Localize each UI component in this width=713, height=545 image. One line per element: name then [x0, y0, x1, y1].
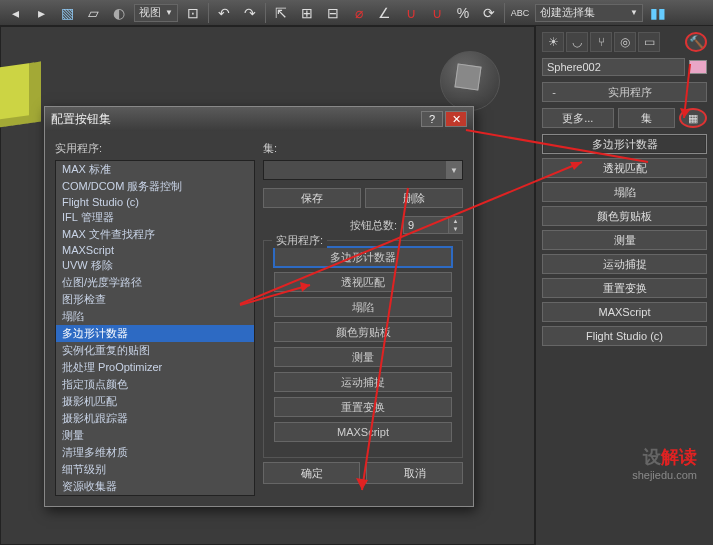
percent-icon[interactable]: %: [452, 3, 474, 23]
list-item[interactable]: 塌陷: [56, 308, 254, 325]
dialog-title: 配置按钮集: [51, 111, 111, 128]
viewport-dropdown[interactable]: 视图 ▼: [134, 4, 178, 22]
modify-tab-icon[interactable]: ◡: [566, 32, 588, 52]
list-item[interactable]: MAX 标准: [56, 161, 254, 178]
viewport-object-cube: [0, 61, 41, 128]
utility-motion-capture[interactable]: 运动捕捉: [542, 254, 707, 274]
rollout-title: 实用程序: [559, 85, 700, 100]
display-tab-icon[interactable]: ☀: [542, 32, 564, 52]
slot-maxscript[interactable]: MAXScript: [274, 422, 452, 442]
list-item[interactable]: UVW 移除: [56, 257, 254, 274]
slot-perspective-match[interactable]: 透视匹配: [274, 272, 452, 292]
undo-icon[interactable]: ↶: [213, 3, 235, 23]
snap-toggle-icon[interactable]: ⌀: [348, 3, 370, 23]
utilities-tab-icon[interactable]: ▭: [638, 32, 660, 52]
list-item[interactable]: 清理多维材质: [56, 444, 254, 461]
object-name-input[interactable]: [542, 58, 685, 76]
utility-reset-xform[interactable]: 重置变换: [542, 278, 707, 298]
spin-down-icon[interactable]: ▼: [448, 225, 462, 233]
hierarchy-tab-icon[interactable]: ⑂: [590, 32, 612, 52]
utilities-group-label: 实用程序:: [272, 233, 327, 248]
utility-measure[interactable]: 测量: [542, 230, 707, 250]
spinner-icon[interactable]: ⟳: [478, 3, 500, 23]
utility-maxscript[interactable]: MAXScript: [542, 302, 707, 322]
utilities-rollout-header[interactable]: - 实用程序: [542, 82, 707, 102]
nav-fwd-icon[interactable]: ▸: [30, 3, 52, 23]
magnet-icon[interactable]: ∪: [400, 3, 422, 23]
set-button[interactable]: 集: [618, 108, 675, 128]
create-set-dropdown[interactable]: 创建选择集 ▼: [535, 4, 643, 22]
utility-collapse[interactable]: 塌陷: [542, 182, 707, 202]
list-item[interactable]: MAX 文件查找程序: [56, 226, 254, 243]
close-button[interactable]: ✕: [445, 111, 467, 127]
set-label: 集:: [263, 141, 463, 156]
chevron-down-icon: ▼: [165, 8, 173, 17]
dialog-titlebar[interactable]: 配置按钮集 ? ✕: [45, 107, 473, 131]
box-icon[interactable]: ▧: [56, 3, 78, 23]
button-total-spinner[interactable]: ▲▼: [403, 216, 463, 234]
utility-flight-studio[interactable]: Flight Studio (c): [542, 326, 707, 346]
slot-motion-capture[interactable]: 运动捕捉: [274, 372, 452, 392]
redo-icon[interactable]: ↷: [239, 3, 261, 23]
list-item[interactable]: 摄影机跟踪器: [56, 410, 254, 427]
slot-color-clipboard[interactable]: 颜色剪贴板: [274, 322, 452, 342]
list-item[interactable]: 位图/光度学路径: [56, 274, 254, 291]
list-item[interactable]: 批处理 ProOptimizer: [56, 359, 254, 376]
collapse-icon: -: [549, 86, 559, 98]
utility-polygon-counter[interactable]: 多边形计数器: [542, 134, 707, 154]
align-icon[interactable]: ⇱: [270, 3, 292, 23]
cancel-button[interactable]: 取消: [366, 462, 463, 484]
view-cube-gizmo[interactable]: [440, 51, 500, 111]
watermark-char: 设: [643, 447, 661, 467]
list-item[interactable]: IFL 管理器: [56, 209, 254, 226]
angle-snap-icon[interactable]: ∠: [374, 3, 396, 23]
utility-perspective-match[interactable]: 透视匹配: [542, 158, 707, 178]
gizmo-cube: [454, 63, 481, 90]
more-button[interactable]: 更多...: [542, 108, 614, 128]
snap-icon[interactable]: ⊞: [296, 3, 318, 23]
spin-up-icon[interactable]: ▲: [448, 217, 462, 225]
list-item[interactable]: 测量: [56, 427, 254, 444]
button-total-input[interactable]: [404, 217, 448, 233]
mirror-icon[interactable]: ▮▮: [647, 3, 669, 23]
chevron-down-icon: ▼: [630, 8, 638, 17]
keyframe-icon[interactable]: ⊡: [182, 3, 204, 23]
watermark-chars: 解读: [661, 447, 697, 467]
list-item[interactable]: 资源浏览器: [56, 495, 254, 496]
chevron-down-icon: ▼: [446, 161, 462, 179]
hammer-tab-icon[interactable]: 🔨: [685, 32, 707, 52]
slot-measure[interactable]: 测量: [274, 347, 452, 367]
slot-polygon-counter[interactable]: 多边形计数器: [274, 247, 452, 267]
object-color-swatch[interactable]: [689, 60, 707, 74]
set-dropdown[interactable]: ▼: [263, 160, 463, 180]
nav-back-icon[interactable]: ◂: [4, 3, 26, 23]
top-toolbar: ◂ ▸ ▧ ▱ ◐ 视图 ▼ ⊡ ↶ ↷ ⇱ ⊞ ⊟ ⌀ ∠ ∪ ∪ % ⟳ A…: [0, 0, 713, 26]
magnet2-icon[interactable]: ∪: [426, 3, 448, 23]
list-item[interactable]: 图形检查: [56, 291, 254, 308]
configure-button[interactable]: ▦: [679, 108, 707, 128]
utilities-listbox[interactable]: MAX 标准COM/DCOM 服务器控制Flight Studio (c)IFL…: [55, 160, 255, 496]
create-set-label: 创建选择集: [540, 5, 595, 20]
list-item[interactable]: 实例化重复的贴图: [56, 342, 254, 359]
plane-icon[interactable]: ▱: [82, 3, 104, 23]
list-item[interactable]: 指定顶点颜色: [56, 376, 254, 393]
abc-icon[interactable]: ABC: [509, 3, 531, 23]
grid-icon[interactable]: ⊟: [322, 3, 344, 23]
slot-reset-xform[interactable]: 重置变换: [274, 397, 452, 417]
list-item[interactable]: 多边形计数器: [56, 325, 254, 342]
delete-button[interactable]: 删除: [365, 188, 463, 208]
help-button[interactable]: ?: [421, 111, 443, 127]
slot-collapse[interactable]: 塌陷: [274, 297, 452, 317]
list-item[interactable]: Flight Studio (c): [56, 195, 254, 209]
motion-tab-icon[interactable]: ◎: [614, 32, 636, 52]
list-item[interactable]: 资源收集器: [56, 478, 254, 495]
list-item[interactable]: 细节级别: [56, 461, 254, 478]
sphere-icon[interactable]: ◐: [108, 3, 130, 23]
toolbar-separator: [208, 3, 209, 23]
list-item[interactable]: COM/DCOM 服务器控制: [56, 178, 254, 195]
list-item[interactable]: MAXScript: [56, 243, 254, 257]
list-item[interactable]: 摄影机匹配: [56, 393, 254, 410]
ok-button[interactable]: 确定: [263, 462, 360, 484]
save-button[interactable]: 保存: [263, 188, 361, 208]
utility-color-clipboard[interactable]: 颜色剪贴板: [542, 206, 707, 226]
